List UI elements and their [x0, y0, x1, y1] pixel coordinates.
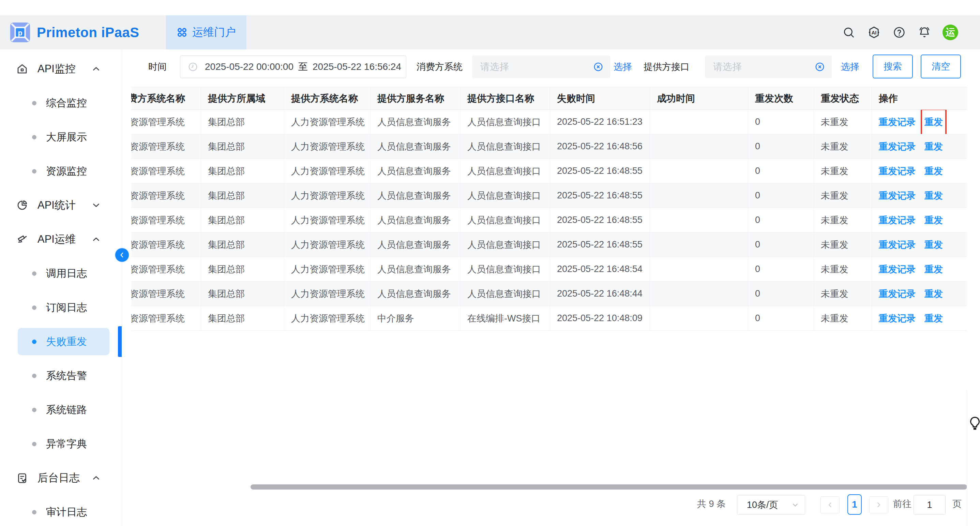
tab-ops-portal[interactable]: 运维门户 — [166, 15, 247, 49]
bullet-icon — [32, 373, 37, 378]
notifications-bell-icon[interactable] — [917, 25, 932, 40]
tab-label: 运维门户 — [192, 25, 236, 40]
goto-page-input[interactable] — [913, 495, 946, 515]
consumer-system-label: 消费方系统 — [417, 56, 463, 78]
sidebar-item-label: 资源监控 — [46, 164, 87, 178]
help-icon[interactable] — [892, 25, 906, 40]
cell-retry-count: 0 — [748, 134, 814, 159]
resend-record-link[interactable]: 重发记录 — [879, 312, 916, 324]
cell-consumer-system: 力资源管理系统 — [131, 238, 185, 251]
chevron-right-icon — [875, 501, 882, 508]
resend-link[interactable]: 重发 — [924, 191, 943, 201]
chevron-left-icon — [119, 251, 126, 258]
cell-success-time — [650, 183, 748, 208]
sidebar-item-异常字典[interactable]: 异常字典 — [0, 427, 122, 461]
svg-text:AI: AI — [872, 30, 877, 35]
resend-record-link[interactable]: 重发记录 — [879, 116, 916, 128]
cell-retry-count: 0 — [748, 159, 814, 183]
logo-text: Primeton iPaaS — [37, 25, 139, 40]
consumer-placeholder: 请选择 — [480, 60, 593, 73]
user-avatar[interactable]: 运 — [942, 25, 958, 40]
cell-provider-domain: 集团总部 — [201, 208, 284, 232]
cell-consumer-system: 力资源管理系统 — [131, 214, 185, 226]
cell-provider-service: 人员信息查询服务 — [371, 232, 460, 257]
horizontal-scrollbar[interactable] — [251, 485, 967, 489]
resend-record-link[interactable]: 重发记录 — [879, 140, 916, 153]
resend-record-link[interactable]: 重发记录 — [879, 165, 916, 177]
cell-provider-domain: 集团总部 — [201, 232, 284, 257]
sidebar-collapse-toggle[interactable] — [115, 248, 129, 262]
clear-button[interactable]: 清空 — [921, 54, 961, 78]
provider-interface-input[interactable]: 请选择 — [705, 56, 832, 78]
sidebar-item-系统告警[interactable]: 系统告警 — [0, 359, 122, 393]
column-header: 成功时间 — [650, 87, 748, 110]
cell-retry-status: 未重发 — [814, 134, 872, 159]
sidebar-item-系统链路[interactable]: 系统链路 — [0, 393, 122, 427]
resend-link[interactable]: 重发 — [924, 116, 943, 128]
sidebar-item-订阅日志[interactable]: 订阅日志 — [0, 291, 122, 324]
resend-link[interactable]: 重发 — [924, 289, 943, 299]
time-start-value: 2025-05-22 00:00:00 — [205, 61, 293, 72]
lightbulb-icon[interactable] — [968, 416, 980, 432]
cell-provider-system: 人力资源管理系统 — [284, 110, 371, 134]
resend-link[interactable]: 重发 — [924, 166, 943, 176]
consumer-system-input[interactable]: 请选择 — [472, 56, 610, 78]
cell-consumer-system: 力资源管理系统 — [131, 165, 185, 177]
column-header: 提供方服务名称 — [371, 87, 460, 110]
cell-retry-count: 0 — [748, 232, 814, 257]
search-button[interactable]: 搜索 — [873, 54, 913, 78]
cell-fail-time: 2025-05-22 16:48:55 — [550, 183, 650, 208]
cell-fail-time: 2025-05-22 16:48:55 — [550, 232, 650, 257]
table-row: 力资源管理系统 集团总部 人力资源管理系统 人员信息查询服务 人员信息查询接口 … — [131, 134, 967, 159]
resend-record-link[interactable]: 重发记录 — [879, 238, 916, 251]
sidebar-group-API监控[interactable]: API监控 — [0, 52, 122, 86]
sidebar-item-调用日志[interactable]: 调用日志 — [0, 256, 122, 291]
next-page-button[interactable] — [869, 496, 888, 513]
content-edge-line — [967, 390, 967, 526]
clear-circle-icon[interactable] — [593, 62, 603, 72]
cell-actions: 重发记录 重发 — [872, 110, 967, 134]
sidebar-item-label: 订阅日志 — [46, 301, 87, 315]
camera-icon — [16, 233, 29, 246]
cell-provider-system: 人力资源管理系统 — [284, 159, 371, 183]
resend-link[interactable]: 重发 — [924, 313, 943, 324]
cell-success-time — [650, 208, 748, 232]
svg-text:p: p — [18, 29, 22, 37]
sidebar-item-失败重发[interactable]: 失败重发 — [0, 324, 122, 359]
resend-record-link[interactable]: 重发记录 — [879, 263, 916, 275]
cell-success-time — [650, 257, 748, 281]
resend-link[interactable]: 重发 — [924, 141, 943, 152]
page-number-1[interactable]: 1 — [847, 494, 862, 515]
cell-provider-interface: 人员信息查询接口 — [460, 281, 550, 306]
prev-page-button[interactable] — [821, 496, 840, 513]
sidebar-item-大屏展示[interactable]: 大屏展示 — [0, 120, 122, 154]
search-icon[interactable] — [842, 25, 856, 40]
cell-provider-interface: 人员信息查询接口 — [460, 183, 550, 208]
resend-link[interactable]: 重发 — [924, 264, 943, 275]
provider-select-link[interactable]: 选择 — [841, 56, 859, 78]
sidebar-group-API统计[interactable]: API统计 — [0, 188, 122, 222]
cell-retry-status: 未重发 — [814, 183, 872, 208]
resend-record-link[interactable]: 重发记录 — [879, 214, 916, 226]
time-range-input[interactable]: 2025-05-22 00:00:00 至 2025-05-22 16:56:2… — [180, 56, 406, 78]
resend-link[interactable]: 重发 — [924, 215, 943, 225]
resend-record-link[interactable]: 重发记录 — [879, 288, 916, 300]
resend-link[interactable]: 重发 — [924, 240, 943, 250]
clear-circle-icon[interactable] — [815, 62, 825, 72]
cell-provider-service: 人员信息查询服务 — [371, 110, 460, 134]
sidebar-item-资源监控[interactable]: 资源监控 — [0, 154, 122, 188]
cell-provider-interface: 人员信息查询接口 — [460, 208, 550, 232]
resend-record-link[interactable]: 重发记录 — [879, 189, 916, 202]
consumer-select-link[interactable]: 选择 — [614, 56, 632, 78]
sidebar-group-后台日志[interactable]: 后台日志 — [0, 461, 122, 495]
sidebar-item-综合监控[interactable]: 综合监控 — [0, 86, 122, 120]
ai-assistant-icon[interactable]: AI — [867, 25, 881, 40]
cell-success-time — [650, 134, 748, 159]
sidebar-item-审计日志[interactable]: 审计日志 — [0, 495, 122, 526]
cell-retry-status: 未重发 — [814, 208, 872, 232]
app-grid-icon — [177, 27, 188, 38]
sidebar-group-API运维[interactable]: API运维 — [0, 222, 122, 256]
page-size-select[interactable]: 10条/页 — [737, 495, 805, 515]
table-row: 力资源管理系统 集团总部 人力资源管理系统 人员信息查询服务 人员信息查询接口 … — [131, 110, 967, 134]
cell-retry-count: 0 — [748, 257, 814, 281]
